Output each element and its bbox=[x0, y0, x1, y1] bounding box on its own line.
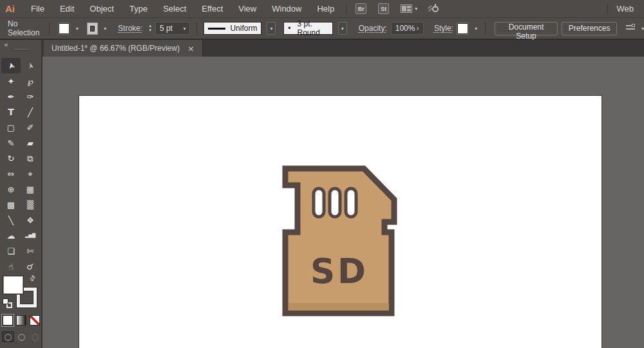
chevron-down-icon[interactable]: ▾ bbox=[104, 26, 106, 32]
width-profile-dropdown[interactable]: Uniform bbox=[204, 22, 261, 35]
color-button[interactable] bbox=[3, 315, 13, 325]
puppet-warp-tool[interactable]: ⌖ bbox=[21, 166, 40, 181]
align-icon[interactable] bbox=[626, 24, 635, 33]
preferences-button[interactable]: Preferences bbox=[562, 22, 618, 35]
pencil-tool[interactable]: ✎ bbox=[1, 135, 21, 151]
style-swatch[interactable] bbox=[457, 23, 468, 34]
opacity-field[interactable]: 100% › bbox=[391, 22, 424, 35]
document-tab[interactable]: Untitled-1* @ 66.67% (RGB/Preview) × bbox=[44, 40, 203, 57]
panel-drag-grip[interactable] bbox=[14, 49, 29, 51]
rectangle-tool-icon: ▢ bbox=[7, 124, 15, 132]
menu-view[interactable]: View bbox=[231, 4, 264, 14]
menu-effect[interactable]: Effect bbox=[194, 4, 231, 14]
menu-file[interactable]: File bbox=[23, 4, 52, 14]
tools-panel-header: « bbox=[0, 40, 41, 57]
line-segment-tool[interactable]: ╱ bbox=[21, 104, 40, 120]
menu-help[interactable]: Help bbox=[309, 4, 342, 14]
artboard-tool-icon: ❏ bbox=[7, 247, 15, 255]
line-segment-tool-icon: ╱ bbox=[28, 108, 33, 116]
curvature-tool[interactable]: ✑ bbox=[21, 89, 40, 104]
type-tool-icon: T bbox=[8, 107, 14, 116]
draw-normal-button[interactable]: ◯ bbox=[2, 331, 14, 342]
stroke-weight-field[interactable]: 5 pt ▾ bbox=[155, 22, 191, 35]
zoom-tool[interactable]: ⚲ bbox=[21, 259, 40, 274]
brushes-button[interactable]: Br bbox=[355, 3, 366, 14]
submenu-arrow-icon[interactable]: › bbox=[416, 24, 419, 33]
gradient-button[interactable] bbox=[16, 315, 26, 325]
selection-tool[interactable]: ➤ bbox=[1, 58, 21, 73]
rectangle-tool[interactable]: ▢ bbox=[1, 120, 21, 135]
lasso-tool[interactable]: ℘ bbox=[21, 73, 40, 89]
collapse-panel-icon[interactable]: « bbox=[4, 41, 7, 49]
menu-edit[interactable]: Edit bbox=[52, 4, 82, 14]
chevron-down-icon[interactable]: ▾ bbox=[76, 26, 79, 32]
opacity-value: 100% bbox=[395, 24, 415, 33]
draw-behind-button[interactable]: ◯ bbox=[15, 331, 28, 342]
perspective-grid-tool-icon: ▦ bbox=[26, 185, 34, 194]
width-tool-icon: ⇔ bbox=[8, 170, 15, 178]
stroke-panel-link[interactable]: Stroke: bbox=[118, 24, 142, 33]
stroke-color-swatch[interactable] bbox=[88, 23, 98, 34]
width-tool[interactable]: ⇔ bbox=[1, 166, 21, 181]
none-button[interactable] bbox=[30, 315, 40, 325]
symbol-sprayer-tool[interactable]: ☁ bbox=[1, 228, 21, 243]
paintbrush-tool[interactable]: ✐ bbox=[21, 120, 40, 135]
stroke-profile-preview bbox=[208, 28, 225, 30]
gpu-performance-icon[interactable] bbox=[430, 4, 440, 14]
chevron-down-icon[interactable]: ▾ bbox=[641, 26, 644, 32]
sd-card-artwork[interactable]: SD bbox=[278, 162, 404, 320]
sd-card-label: SD bbox=[310, 252, 368, 291]
mesh-tool[interactable]: ▩ bbox=[1, 197, 21, 212]
stroke-weight-stepper[interactable]: ▴ ▾ bbox=[149, 24, 151, 33]
fill-proxy[interactable] bbox=[3, 276, 23, 294]
magic-wand-tool[interactable]: ✦ bbox=[1, 73, 21, 89]
chevron-down-icon[interactable]: ▾ bbox=[415, 6, 417, 12]
tab-strip: Untitled-1* @ 66.67% (RGB/Preview) × bbox=[43, 40, 644, 57]
slice-tool[interactable]: ✄ bbox=[21, 243, 40, 259]
close-icon[interactable]: × bbox=[187, 44, 194, 53]
menu-select[interactable]: Select bbox=[155, 4, 194, 14]
shape-builder-tool[interactable]: ⊕ bbox=[1, 181, 21, 197]
chevron-down-icon[interactable]: ▾ bbox=[338, 22, 347, 35]
pen-tool[interactable]: ✒ bbox=[1, 89, 21, 104]
chevron-down-icon[interactable]: ▾ bbox=[183, 26, 185, 32]
default-fill-stroke-button[interactable] bbox=[3, 298, 8, 304]
arrange-documents-icon[interactable] bbox=[401, 5, 412, 13]
rotate-tool[interactable]: ↻ bbox=[1, 151, 21, 166]
perspective-grid-tool[interactable]: ▦ bbox=[21, 181, 40, 197]
chevron-down-icon[interactable]: ▾ bbox=[267, 22, 276, 35]
chevron-down-icon[interactable]: ▾ bbox=[475, 26, 477, 32]
menu-window[interactable]: Window bbox=[264, 4, 309, 14]
lasso-tool-icon: ℘ bbox=[27, 77, 33, 86]
draw-inside-button[interactable]: ◯ bbox=[29, 331, 41, 342]
workspace-switcher[interactable]: Web bbox=[617, 4, 634, 14]
eraser-tool[interactable]: ▰ bbox=[21, 135, 40, 151]
type-tool[interactable]: T bbox=[1, 104, 21, 120]
style-link[interactable]: Style: bbox=[434, 24, 453, 33]
document-setup-button[interactable]: Document Setup bbox=[495, 22, 558, 35]
artboard-tool[interactable]: ❏ bbox=[1, 243, 21, 259]
rotate-tool-icon: ↻ bbox=[8, 154, 15, 163]
direct-selection-tool[interactable]: ➢ bbox=[21, 58, 40, 73]
hand-tool[interactable]: ☝ bbox=[1, 259, 21, 274]
color-mode-row bbox=[0, 313, 41, 328]
canvas[interactable]: SD bbox=[43, 57, 644, 348]
gradient-tool[interactable]: ▒ bbox=[21, 197, 40, 212]
eyedropper-tool-icon: ╲ bbox=[8, 216, 14, 224]
eyedropper-tool[interactable]: ╲ bbox=[1, 212, 21, 228]
zoom-tool-icon: ⚲ bbox=[25, 261, 35, 271]
fill-color-swatch[interactable] bbox=[59, 23, 70, 34]
separator bbox=[49, 23, 50, 34]
swap-fill-stroke-icon[interactable]: ⇄ bbox=[28, 273, 38, 284]
blend-tool[interactable]: ❖ bbox=[21, 212, 40, 228]
scale-tool[interactable]: ⧉ bbox=[21, 151, 40, 166]
opacity-link[interactable]: Opacity: bbox=[359, 24, 387, 33]
brush-definition-dropdown[interactable]: • 3 pt. Round bbox=[283, 22, 333, 35]
menu-type[interactable]: Type bbox=[122, 4, 155, 14]
graphic-styles-button[interactable]: St bbox=[378, 3, 389, 14]
column-graph-tool[interactable]: ▂▅▇ bbox=[21, 228, 40, 243]
stepper-down-icon[interactable]: ▾ bbox=[149, 28, 151, 33]
document-tab-title: Untitled-1* @ 66.67% (RGB/Preview) bbox=[52, 44, 180, 53]
menu-object[interactable]: Object bbox=[82, 4, 122, 14]
stroke-weight-value: 5 pt bbox=[160, 24, 173, 33]
